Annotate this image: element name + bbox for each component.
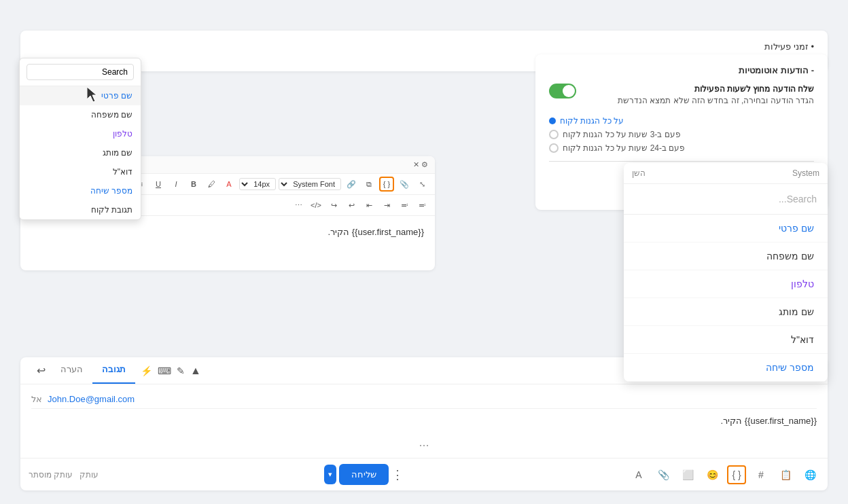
reply-to-row: John.Doe@gmail.com אל bbox=[31, 390, 817, 409]
reply-body: John.Doe@gmail.com אל {{user.first_name}… bbox=[31, 390, 817, 452]
search-panel-input-area bbox=[624, 184, 828, 215]
search-item-1[interactable]: שם משפחה bbox=[624, 242, 828, 270]
radio-dot-3 bbox=[549, 143, 559, 153]
filter-icon[interactable]: ⚡ bbox=[141, 365, 152, 376]
dropdown-search-input[interactable] bbox=[26, 64, 134, 80]
ordered-list-btn[interactable]: ≔ bbox=[397, 198, 412, 213]
toggle-text: שלח הודעה מחוץ לשעות הפעילות הגדר הודעה … bbox=[618, 84, 814, 107]
link-btn[interactable]: 🔗 bbox=[344, 177, 359, 192]
italic-btn[interactable]: I bbox=[169, 177, 183, 192]
tab-reply[interactable]: תגובה bbox=[92, 357, 135, 384]
reply-content: John.Doe@gmail.com אל {{user.first_name}… bbox=[20, 384, 828, 458]
up-arrow-icon[interactable]: ▲ bbox=[190, 365, 201, 377]
tag-icon[interactable]: # bbox=[752, 465, 771, 484]
blue-dot-icon bbox=[549, 118, 556, 124]
dropdown-item-1[interactable]: שם משפחה bbox=[20, 105, 141, 124]
translate-icon[interactable]: 🌐 bbox=[800, 465, 819, 484]
expand-btn[interactable]: ⤡ bbox=[414, 177, 429, 192]
dropdown-item-5[interactable]: מספר שיחה bbox=[20, 181, 141, 200]
redo-btn[interactable]: ↪ bbox=[326, 198, 341, 213]
indent-btn[interactable]: ⇥ bbox=[379, 198, 394, 213]
variable-reply-icon[interactable]: { } bbox=[727, 465, 746, 484]
reply-to-label: אל bbox=[31, 394, 42, 404]
send-button[interactable]: שליחה bbox=[339, 464, 389, 485]
dropdown-overlay: שם פרטי שם משפחה טלפון שם מותג דוא"ל מספ… bbox=[19, 58, 141, 220]
radio-label-1: על כל הגנות לקוח bbox=[560, 116, 624, 126]
radio-dot-2 bbox=[549, 130, 559, 139]
system-label-he: השן bbox=[632, 168, 646, 178]
attach-btn[interactable]: 📎 bbox=[397, 177, 412, 192]
more-btn[interactable]: ⋯ bbox=[291, 198, 306, 213]
search-panel-header: System השן bbox=[624, 163, 828, 184]
reply-bottom-bar: 🌐 📋 # { } 😊 ⬜ 📎 A ⋮ שליחה ▾ עותק עותק מו… bbox=[20, 458, 828, 490]
highlight-btn[interactable]: 🖊 bbox=[204, 177, 219, 192]
undo-btn[interactable]: ↩ bbox=[344, 198, 359, 213]
dropdown-item-3[interactable]: שם מותג bbox=[20, 143, 141, 162]
search-item-4[interactable]: דוא"ל bbox=[624, 326, 828, 354]
search-panel: System השן שם פרטי שם משפחה טלפון שם מות… bbox=[624, 163, 828, 382]
attach-reply-icon[interactable]: 📎 bbox=[654, 465, 673, 484]
outdent-btn[interactable]: ⇤ bbox=[361, 198, 376, 213]
tab-reply-label: תגובה bbox=[102, 364, 126, 374]
send-btn-wrapper: ⋮ שליחה ▾ bbox=[324, 464, 404, 485]
status-hidden: עותק מוסתר bbox=[29, 470, 73, 480]
emoji-icon[interactable]: 😊 bbox=[703, 465, 722, 484]
font-size-icon[interactable]: A bbox=[629, 465, 648, 484]
tab-note[interactable]: הערה bbox=[51, 357, 92, 384]
text-color-btn[interactable]: A bbox=[222, 177, 236, 192]
search-item-5[interactable]: מספר שיחה bbox=[624, 354, 828, 382]
snippet-icon[interactable]: ⬜ bbox=[678, 465, 697, 484]
keyboard-icon[interactable]: ⌨ bbox=[158, 365, 171, 376]
dropdown-search-area bbox=[20, 58, 141, 86]
toggle-label: שלח הודעה מחוץ לשעות הפעילות bbox=[618, 84, 814, 95]
list-btn[interactable]: ≔ bbox=[414, 198, 429, 213]
reply-text[interactable]: {{user.first_name}} הקיר. bbox=[31, 409, 817, 433]
variable-btn[interactable]: { } bbox=[379, 177, 394, 192]
reply-bottom-icons: 🌐 📋 # { } 😊 ⬜ 📎 A bbox=[629, 465, 819, 484]
search-item-3[interactable]: שם מותג bbox=[624, 298, 828, 326]
radio-label-2: פעם ב-3 שעות על כל הגנות לקוח bbox=[563, 130, 681, 139]
toggle-desc: הגדר הודעה ובחירה, זה בחדש הזה שלא תמצא … bbox=[618, 95, 814, 107]
copy-btn[interactable]: ⧉ bbox=[361, 177, 376, 192]
dropdown-item-6[interactable]: תגובת לקוח bbox=[20, 200, 141, 219]
top-card-title: • זמני פעילות bbox=[34, 41, 814, 52]
send-arrow-btn[interactable]: ▾ bbox=[324, 465, 336, 484]
radio-option-1[interactable]: על כל הגנות לקוח bbox=[549, 116, 814, 126]
radio-option-2[interactable]: פעם ב-3 שעות על כל הגנות לקוח bbox=[549, 130, 814, 139]
dropdown-item-2[interactable]: טלפון bbox=[20, 124, 141, 143]
status-copy: עותק bbox=[80, 470, 99, 480]
reply-dots: ... bbox=[31, 433, 817, 452]
editor-icons-left: ⚙ ✕ bbox=[413, 160, 428, 169]
toggle-switch[interactable] bbox=[549, 84, 576, 98]
notif-title: - הודעות אוטומטיות bbox=[549, 65, 814, 75]
dropdown-item-4[interactable]: דוא"ל bbox=[20, 162, 141, 181]
edit-icon[interactable]: ✎ bbox=[177, 365, 185, 376]
tab-note-label: הערה bbox=[60, 364, 83, 374]
underline-btn[interactable]: U bbox=[151, 177, 166, 192]
reply-arrow-icon: ↩ bbox=[31, 357, 51, 384]
font-select[interactable]: System Font bbox=[279, 178, 341, 190]
toggle-row: שלח הודעה מחוץ לשעות הפעילות הגדר הודעה … bbox=[549, 84, 814, 107]
radio-option-3[interactable]: פעם ב-24 שעות על כל הגנות לקוח bbox=[549, 143, 814, 153]
reply-icons-left: ▲ ✎ ⌨ ⚡ bbox=[135, 357, 207, 384]
system-label: System bbox=[792, 168, 819, 178]
bold-btn[interactable]: B bbox=[186, 177, 201, 192]
code-btn[interactable]: </> bbox=[308, 198, 323, 213]
radio-label-3: פעם ב-24 שעות על כל הגנות לקוח bbox=[563, 143, 685, 153]
more-options-btn[interactable]: ⋮ bbox=[391, 467, 404, 482]
send-label: שליחה bbox=[351, 469, 376, 480]
status-area: עותק עותק מוסתר bbox=[29, 470, 99, 480]
divider bbox=[549, 161, 814, 162]
editor-text: {{user.first_name}} הקיר. bbox=[328, 227, 424, 237]
size-select[interactable]: 14px bbox=[239, 178, 276, 190]
reply-email: John.Doe@gmail.com bbox=[48, 394, 135, 404]
dropdown-item-0[interactable]: שם פרטי bbox=[20, 86, 141, 105]
search-item-0[interactable]: שם פרטי bbox=[624, 215, 828, 242]
radio-section: על כל הגנות לקוח פעם ב-3 שעות על כל הגנו… bbox=[549, 116, 814, 153]
template-icon[interactable]: 📋 bbox=[776, 465, 795, 484]
search-panel-input[interactable] bbox=[635, 194, 817, 204]
editor-content[interactable]: {{user.first_name}} הקיר. bbox=[20, 216, 435, 270]
search-item-2[interactable]: טלפון bbox=[624, 270, 828, 298]
